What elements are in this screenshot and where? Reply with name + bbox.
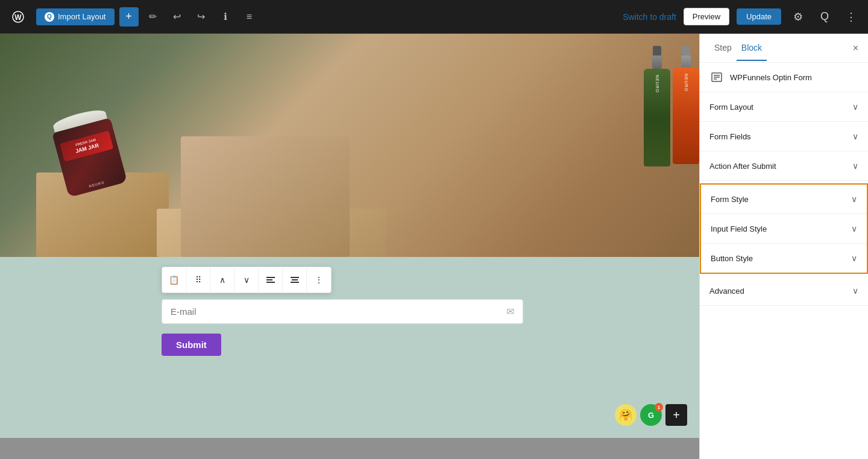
add-icon: + (125, 10, 132, 23)
email-input[interactable] (171, 306, 506, 317)
main-toolbar: W Q Import Layout + ✏ ↩ ↪ ℹ ≡ Switch to … (0, 0, 868, 34)
bottle-body-orange: NEURO (673, 68, 699, 164)
advanced-chevron-icon: ∨ (852, 286, 858, 296)
align-center-button[interactable] (283, 267, 307, 293)
accordion-advanced-header[interactable]: Advanced ∨ (700, 276, 868, 305)
notification-badge: 1 (655, 403, 663, 411)
pen-tool-button[interactable]: ✏ (143, 7, 163, 27)
align-left-button[interactable] (259, 267, 283, 293)
move-down-button[interactable]: ∨ (234, 267, 259, 293)
wp-logo-icon[interactable]: W (7, 6, 29, 28)
stone-block-tall (181, 136, 350, 257)
accordion-form-style-header[interactable]: Form Style ∨ (701, 185, 867, 214)
switch-to-draft-button[interactable]: Switch to draft (623, 12, 676, 22)
bottle-orange: NEURO (673, 46, 699, 166)
email-envelope-icon: ✉ (506, 306, 514, 317)
accordion-form-layout: Form Layout ∨ (700, 92, 868, 122)
add-block-plus-icon: + (673, 408, 680, 422)
pen-icon: ✏ (149, 11, 157, 22)
block-name-text: WPFunnels Optin Form (730, 73, 812, 82)
input-field-style-chevron-icon: ∨ (851, 224, 857, 233)
undo-button[interactable]: ↩ (168, 7, 187, 27)
accordion-action-after-submit-header[interactable]: Action After Submit ∨ (700, 151, 868, 180)
submit-button[interactable]: Submit (162, 334, 221, 356)
redo-button[interactable]: ↪ (192, 7, 211, 27)
list-view-button[interactable]: ≡ (240, 7, 259, 27)
accordion-form-fields-header[interactable]: Form Fields ∨ (700, 122, 868, 151)
emoji-avatar[interactable]: 🤗 (615, 404, 637, 426)
right-panel: Step Block × WPFunnels Optin Form (699, 34, 868, 459)
hero-image: FRESH JAM JAM JAR NEURO NEURO (0, 34, 699, 257)
settings-icon: ⚙ (793, 10, 803, 24)
accordion-button-style-header[interactable]: Button Style ∨ (701, 244, 867, 273)
form-content: ✉ Submit (0, 257, 699, 380)
update-button[interactable]: Update (737, 8, 781, 25)
tab-step-label: Step (714, 43, 732, 52)
accordion-input-field-style-header[interactable]: Input Field Style ∨ (701, 214, 867, 243)
accordion-input-field-style: Input Field Style ∨ (701, 214, 867, 244)
undo-icon: ↩ (173, 11, 181, 22)
main-layout: FRESH JAM JAM JAR NEURO NEURO (0, 34, 868, 459)
panel-header: Step Block × (700, 34, 868, 63)
jar-label: FRESH JAM JAM JAR (60, 130, 113, 162)
info-icon: ℹ (224, 11, 227, 22)
bottle-cap-green (653, 46, 661, 55)
move-up-button[interactable]: ∧ (210, 267, 234, 293)
list-icon: ≡ (247, 11, 252, 22)
align-center-icon (291, 277, 299, 283)
more-options-dots-icon: ⋮ (315, 275, 323, 285)
button-style-chevron-icon: ∨ (851, 253, 857, 263)
block-type-icon-button[interactable]: 📋 (162, 267, 186, 293)
avatar-letter: G (648, 411, 654, 420)
add-block-toolbar-button[interactable]: + (119, 7, 139, 27)
add-block-button[interactable]: + (665, 404, 687, 426)
user-icon: Q (820, 10, 829, 23)
bottle-green-label: NEURO (655, 75, 659, 93)
accordion-form-layout-header[interactable]: Form Layout ∨ (700, 92, 868, 121)
form-layout-label: Form Layout (709, 103, 753, 112)
close-icon: × (853, 43, 858, 53)
svg-text:W: W (14, 13, 22, 22)
bottle-neck-green (652, 55, 662, 69)
accordion-form-style: Form Style ∨ (701, 185, 867, 214)
form-fields-chevron-icon: ∨ (852, 131, 858, 141)
submit-label: Submit (176, 340, 207, 350)
import-layout-button[interactable]: Q Import Layout (36, 8, 115, 25)
toolbar-right: Switch to draft Preview Update ⚙ Q ⋮ (623, 7, 861, 27)
settings-button[interactable]: ⚙ (788, 7, 808, 27)
action-after-submit-chevron-icon: ∨ (852, 161, 858, 171)
canvas-content: FRESH JAM JAM JAR NEURO NEURO (0, 34, 699, 459)
panel-close-button[interactable]: × (853, 43, 858, 54)
info-button[interactable]: ℹ (216, 7, 235, 27)
button-style-label: Button Style (711, 254, 753, 263)
chevron-up-icon: ∧ (219, 275, 225, 285)
bottle-cap-orange (682, 46, 690, 55)
form-style-chevron-icon: ∨ (851, 194, 857, 204)
preview-button[interactable]: Preview (684, 8, 729, 25)
grid-dots-icon: ⠿ (195, 275, 201, 285)
tab-step[interactable]: Step (709, 36, 737, 61)
bottle-orange-label: NEURO (684, 74, 688, 92)
block-drag-handle[interactable]: ⠿ (186, 267, 210, 293)
scene-background: FRESH JAM JAM JAR NEURO NEURO (0, 34, 699, 257)
input-field-style-label: Input Field Style (711, 224, 767, 233)
block-toolbar: 📋 ⠿ ∧ ∨ (162, 267, 332, 293)
user-avatar-button[interactable]: Q (815, 7, 834, 27)
tab-block-label: Block (741, 43, 762, 52)
accordion-action-after-submit: Action After Submit ∨ (700, 151, 868, 181)
redo-icon: ↪ (197, 11, 205, 22)
more-options-button[interactable]: ⋮ (841, 7, 861, 27)
notification-avatar[interactable]: G 1 (640, 404, 662, 426)
action-after-submit-label: Action After Submit (709, 162, 776, 171)
jar-body: FRESH JAM JAM JAR NEURO (52, 118, 127, 197)
form-style-group: Form Style ∨ Input Field Style ∨ Button … (700, 183, 868, 274)
jar-brand: NEURO (68, 175, 127, 194)
tab-block[interactable]: Block (737, 36, 767, 61)
form-style-label: Form Style (711, 195, 749, 204)
align-left-icon (266, 277, 275, 283)
block-more-options-button[interactable]: ⋮ (307, 267, 331, 293)
form-layout-chevron-icon: ∨ (852, 102, 858, 112)
form-block-icon: 📋 (169, 275, 179, 285)
block-title-row: WPFunnels Optin Form (700, 63, 868, 92)
canvas-area: FRESH JAM JAM JAR NEURO NEURO (0, 34, 699, 459)
